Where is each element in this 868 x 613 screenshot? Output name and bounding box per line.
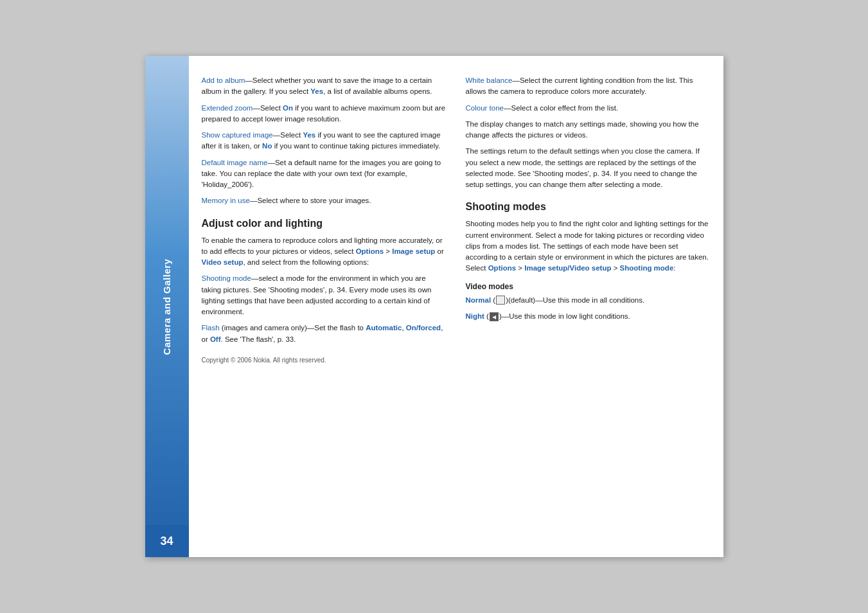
night-mode-icon: ◀ [490,312,499,321]
adjust-color-heading: Adjust color and lighting [202,216,447,231]
options-link2: Options [488,264,516,272]
copyright-text: Copyright © 2006 Nokia. All rights reser… [202,355,447,365]
show-captured-para: Show captured image—Select Yes if you wa… [202,130,447,152]
sidebar: Camera and Gallery [145,56,189,557]
options-link1: Options [356,247,384,255]
normal-mode-para: Normal ()(default)—Use this mode in all … [466,295,711,306]
settings-return-para: The settings return to the default setti… [466,146,711,190]
night-mode-para: Night (◀)—Use this mode in low light con… [466,311,711,322]
normal-mode-icon [496,296,505,305]
show-captured-term: Show captured image [202,131,273,139]
memory-in-use-term: Memory in use [202,197,250,204]
shooting-mode-term: Shooting mode [202,274,251,282]
main-content: Add to album—Select whether you want to … [189,56,723,557]
image-setup-video-setup-link: Image setup/Video setup [524,264,611,272]
extended-zoom-term: Extended zoom [202,104,253,112]
flash-term: Flash [202,324,220,332]
colour-tone-term: Colour tone [466,104,504,112]
image-setup-link: Image setup [392,247,435,255]
sidebar-label: Camera and Gallery [161,258,172,355]
flash-item: Flash (images and camera only)—Set the f… [202,323,447,345]
default-image-name-term: Default image name [202,159,268,166]
white-balance-term: White balance [466,76,513,84]
shooting-modes-heading: Shooting modes [466,199,711,215]
flash-off: Off [210,335,221,343]
add-to-album-yes: Yes [310,87,323,95]
page-number-box: 34 [145,525,189,557]
adjust-color-intro: To enable the camera to reproduce colors… [202,235,447,269]
extended-zoom-para: Extended zoom—Select On if you want to a… [202,103,447,125]
night-mode-term: Night [466,312,484,320]
default-image-name-para: Default image name—Set a default name fo… [202,157,447,191]
shooting-mode-item: Shooting mode—select a mode for the envi… [202,273,447,317]
shooting-mode-link: Shooting mode [620,264,674,272]
show-captured-yes: Yes [303,131,315,139]
show-captured-no: No [262,142,272,150]
memory-in-use-para: Memory in use—Select where to store your… [202,195,447,206]
colour-tone-para: Colour tone—Select a color effect from t… [466,103,711,114]
page-container: Camera and Gallery 34 Add to album—Selec… [0,0,868,613]
flash-automatic: Automatic [366,324,402,332]
extended-zoom-on: On [283,104,293,112]
white-balance-para: White balance—Select the current lightin… [466,75,711,98]
video-modes-heading: Video modes [466,281,711,292]
left-column: Add to album—Select whether you want to … [202,75,447,538]
add-to-album-term: Add to album [202,76,245,84]
right-column: White balance—Select the current lightin… [466,75,711,538]
display-changes-para: The display changes to match any setting… [466,119,711,141]
video-setup-link: Video setup [202,258,244,266]
flash-on-forced: On/forced [406,324,441,332]
shooting-modes-intro: Shooting modes help you to find the righ… [466,218,711,274]
book-page: Camera and Gallery 34 Add to album—Selec… [145,56,723,557]
page-number: 34 [160,535,173,548]
add-to-album-para: Add to album—Select whether you want to … [202,75,447,98]
normal-mode-term: Normal [466,296,492,304]
